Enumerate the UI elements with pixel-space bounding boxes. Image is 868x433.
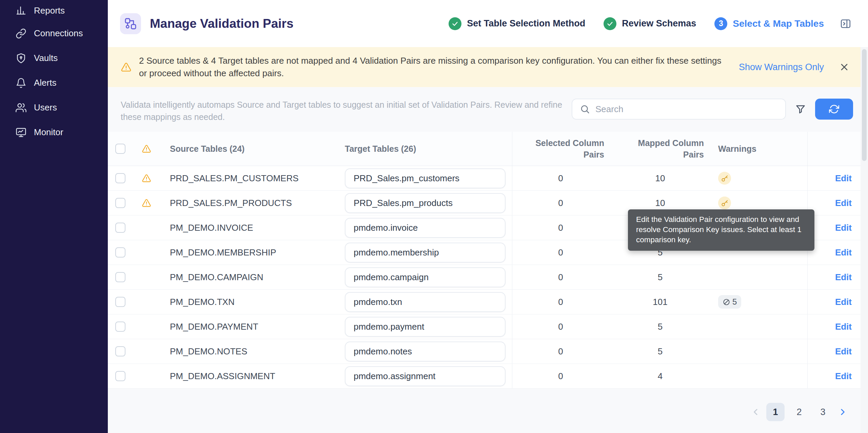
sidebar-item-monitor[interactable]: Monitor [0,120,108,145]
target-tables-header: Target Tables (26) [345,144,416,154]
edit-button[interactable]: Edit [832,322,852,332]
row-checkbox[interactable] [115,223,125,233]
selected-column-pairs-value: 0 [558,297,563,307]
collapse-panel-icon[interactable] [838,16,853,31]
validation-pairs-icon [120,13,141,34]
app-root: Reports Connections Vaults Alerts Users … [0,0,868,433]
scrollbar[interactable] [861,47,868,433]
target-table-dropdown[interactable]: pmdemo.membership [345,243,506,263]
stepper-step[interactable]: Review Schemas [604,17,696,30]
automap-description: Validata intelligently automaps Source a… [121,99,572,123]
alerts-icon [16,78,26,88]
target-table-dropdown[interactable]: PRD_Sales.pm_products [345,193,506,213]
mapped-column-pairs-value: 4 [658,371,663,382]
show-warnings-only-link[interactable]: Show Warnings Only [739,62,824,73]
selected-column-pairs-value: 0 [558,247,563,258]
select-all-checkbox[interactable] [115,144,125,154]
table-body: PRD_SALES.PM_CUSTOMERS PRD_Sales.pm_cust… [108,166,868,389]
row-checkbox[interactable] [115,346,125,356]
edit-button[interactable]: Edit [832,198,852,208]
source-tables-header: Source Tables (24) [170,144,244,154]
prev-page-button[interactable] [751,407,761,417]
source-table-name: PM_DEMO.PAYMENT [170,322,258,332]
sidebar-item-label: Monitor [34,127,63,138]
edit-button[interactable]: Edit [832,297,852,307]
selected-column-pairs-value: 0 [558,346,563,357]
scrollbar-thumb[interactable] [862,49,867,161]
selected-column-pairs-value: 0 [558,223,563,233]
table-row: PM_DEMO.ASSIGNMENT pmdemo.assignment 0 4… [108,364,868,389]
topbar: Manage Validation Pairs Set Table Select… [108,0,868,47]
edit-button[interactable]: Edit [832,371,852,382]
stepper-step[interactable]: Set Table Selection Method [449,17,585,30]
target-table-value: pmdemo.notes [354,346,499,357]
sidebar-item-alerts[interactable]: Alerts [0,70,108,95]
filter-icon[interactable] [795,103,806,115]
target-table-dropdown[interactable]: pmdemo.invoice [345,218,506,238]
sidebar-item-users[interactable]: Users [0,95,108,120]
warnings-header: Warnings [718,144,756,154]
page-button-3[interactable]: 3 [814,403,832,421]
step-check-icon [449,17,461,30]
missing-key-badge[interactable] [718,172,731,185]
search-input[interactable] [595,104,781,115]
edit-button[interactable]: Edit [832,247,852,258]
sidebar-item-label: Vaults [34,53,58,63]
source-table-name: PM_DEMO.CAMPAIGN [170,272,263,283]
edit-button[interactable]: Edit [832,346,852,357]
users-icon [16,102,26,113]
row-checkbox[interactable] [115,247,125,257]
stepper-step[interactable]: 3 Select & Map Tables [714,17,824,30]
edit-button[interactable]: Edit [832,223,852,233]
row-checkbox[interactable] [115,272,125,282]
close-icon[interactable] [839,62,850,73]
excluded-columns-badge: 5 [718,295,741,309]
target-table-dropdown[interactable]: pmdemo.notes [345,342,506,362]
next-page-button[interactable] [837,407,848,417]
automap-button[interactable] [815,99,853,120]
page-button-2[interactable]: 2 [790,403,808,421]
row-checkbox[interactable] [115,322,125,332]
table-row: PRD_SALES.PM_CUSTOMERS PRD_Sales.pm_cust… [108,166,868,191]
source-table-name: PM_DEMO.INVOICE [170,223,253,233]
page-button-1[interactable]: 1 [766,403,785,421]
table-row: PM_DEMO.PAYMENT pmdemo.payment 0 5 Edit [108,314,868,339]
warning-banner-text: 2 Source tables & 4 Target tables are no… [139,55,722,80]
edit-button[interactable]: Edit [832,173,852,184]
selected-column-pairs-header: Selected Column Pairs [532,137,604,160]
row-checkbox[interactable] [115,297,125,307]
automap-refresh-icon [829,104,839,114]
target-table-value: PRD_Sales.pm_customers [354,173,499,184]
target-table-dropdown[interactable]: pmdemo.campaign [345,267,506,287]
search-box[interactable] [572,99,786,120]
mapped-column-pairs-header: Mapped Column Pairs [636,137,704,160]
sidebar: Reports Connections Vaults Alerts Users … [0,0,108,433]
missing-key-badge[interactable] [718,197,731,209]
row-checkbox[interactable] [115,198,125,208]
reports-icon [16,5,26,16]
target-table-dropdown[interactable]: pmdemo.assignment [345,366,506,386]
source-table-name: PM_DEMO.TXN [170,297,235,307]
selected-column-pairs-value: 0 [558,322,563,332]
target-table-value: pmdemo.invoice [354,223,499,233]
target-table-dropdown[interactable]: pmdemo.txn [345,292,506,312]
mapped-column-pairs-value: 5 [658,322,663,332]
target-table-dropdown[interactable]: pmdemo.payment [345,317,506,337]
sidebar-item-connections[interactable]: Connections [0,21,108,46]
source-table-name: PM_DEMO.ASSIGNMENT [170,371,275,382]
edit-button[interactable]: Edit [832,272,852,283]
target-table-dropdown[interactable]: PRD_Sales.pm_customers [345,168,506,188]
target-table-value: pmdemo.membership [354,247,499,258]
sidebar-item-label: Reports [34,5,65,16]
step-label: Review Schemas [622,18,696,29]
row-checkbox[interactable] [115,371,125,381]
selected-column-pairs-value: 0 [558,371,563,382]
sidebar-item-vaults[interactable]: Vaults [0,46,108,70]
sidebar-item-reports[interactable]: Reports [0,0,108,21]
row-checkbox[interactable] [115,173,125,183]
toolbar-actions [572,99,853,120]
target-table-value: pmdemo.campaign [354,272,499,283]
warning-banner: 2 Source tables & 4 Target tables are no… [108,47,868,87]
tooltip: Edit the Validation Pair configuration t… [628,209,814,251]
monitor-icon [16,127,26,138]
